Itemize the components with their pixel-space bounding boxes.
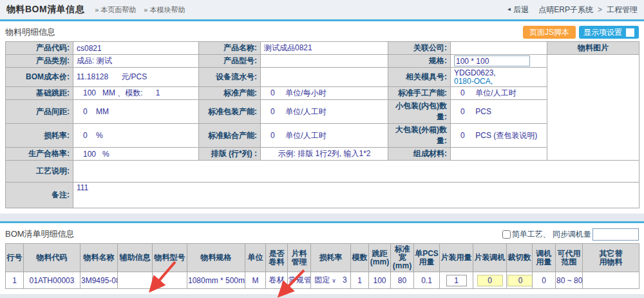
- field-label: 生产合格率:: [6, 148, 73, 161]
- display-settings-button[interactable]: 显示项设置: [579, 26, 639, 39]
- bom-column-header: 裁切数: [507, 244, 533, 272]
- field-value: 100 MM 、模数: 1: [73, 87, 199, 100]
- bom-cell: 0: [533, 272, 556, 289]
- bom-cell: [583, 272, 639, 289]
- material-detail-table: 产品代码:cs0821产品名称:测试成品0821关联公司:物料图片产品类别:成品…: [5, 41, 639, 208]
- bom-column-header: 行号: [6, 244, 24, 272]
- breadcrumb-module[interactable]: 工程管理: [607, 5, 638, 15]
- bom-cell: 80: [391, 272, 414, 289]
- field-value: 测试成品0821: [261, 42, 388, 55]
- field-value: 111: [73, 183, 639, 208]
- field-value: 0 单位/人工时: [451, 87, 547, 100]
- simple-craft-label: 简单工艺、 同步调机量: [512, 229, 591, 240]
- bom-cell: 3M9495-082: [80, 272, 118, 289]
- breadcrumb-separator: >: [598, 5, 602, 14]
- bom-column-header: 物料规格: [187, 244, 245, 272]
- field-value: [73, 161, 639, 183]
- bom-column-header: 片料 管理: [288, 244, 311, 272]
- bom-list-panel: BOM清单明细信息 简单工艺、 同步调机量 行号物料代码物料名称辅助信息物料型号…: [0, 221, 644, 294]
- field-value: 0 PCS: [451, 100, 547, 124]
- field-label: 标准贴合产能:: [199, 124, 261, 148]
- bom-column-header: 可代用 范围: [556, 244, 583, 272]
- bom-cell: [473, 272, 507, 289]
- field-value: 成品: 测试: [73, 55, 199, 68]
- bom-cell: 0.1: [414, 272, 440, 289]
- display-settings-checkbox-icon[interactable]: [626, 28, 634, 37]
- field-label: 基础跳距:: [6, 87, 73, 100]
- bom-cell: [440, 272, 473, 289]
- field-label: 大包装(外箱)数量:: [388, 124, 451, 148]
- mold-number: YDGD0623,: [454, 69, 544, 77]
- field-value: 0 单位/人工时: [261, 124, 388, 148]
- page-js-script-button[interactable]: 页面JS脚本: [523, 26, 576, 39]
- bom-cell: [118, 272, 153, 289]
- sync-machine-input[interactable]: [592, 228, 639, 241]
- bom-cell: 常规管理: [288, 272, 311, 289]
- bom-cell: 80 ~ 80: [556, 272, 583, 289]
- field-label: 损耗率:: [6, 124, 73, 148]
- spec-input[interactable]: [454, 55, 530, 66]
- chevron-down-icon: ∨: [332, 277, 336, 284]
- field-label: BOM成本价:: [6, 68, 73, 87]
- field-label: 工艺说明:: [6, 161, 73, 183]
- field-label: 关联公司:: [388, 42, 451, 55]
- top-header-bar: 物料BOM清单信息 » 本页面帮助 » 本模块帮助 ◄ 后退 点晴ERP子系统 …: [0, 0, 644, 19]
- bom-column-header: 物料代码: [24, 244, 80, 272]
- field-label: 产品代码:: [6, 42, 73, 55]
- bom-column-header: 标准宽 (mm): [391, 244, 414, 272]
- section-title-bom-list: BOM清单明细信息: [5, 228, 75, 240]
- bom-column-header: 辅助信息: [118, 244, 153, 272]
- field-label: 产品型号:: [199, 55, 261, 68]
- loss-rate-type-select[interactable]: 固定∨: [314, 275, 336, 284]
- bom-cell: 卷材: [266, 272, 288, 289]
- bom-column-header: 损耗率: [311, 244, 351, 272]
- field-label: 规格:: [388, 55, 451, 68]
- field-value: 0 %: [73, 124, 199, 148]
- bom-cell: [153, 272, 187, 289]
- bom-cell: 100: [369, 272, 391, 289]
- bom-column-header: 模数: [351, 244, 369, 272]
- mold-number-link[interactable]: 0180-OCA,: [454, 77, 544, 86]
- field-label: 设备流水号:: [199, 68, 261, 87]
- bom-column-header: 物料型号: [153, 244, 187, 272]
- bom-column-header: 片装用量: [440, 244, 473, 272]
- bom-column-header: 是否 卷料: [266, 244, 288, 272]
- field-label: 标准包装产能:: [199, 100, 261, 124]
- material-image-header: 物料图片: [547, 42, 639, 55]
- simple-craft-checkbox[interactable]: [502, 230, 511, 239]
- simple-craft-group: 简单工艺、 同步调机量: [502, 228, 639, 241]
- section-title-material-detail: 物料明细信息: [5, 26, 55, 38]
- field-value: 0 单位/人工时: [261, 100, 388, 124]
- machine-qty-input[interactable]: [507, 275, 533, 286]
- field-value: 100 %: [73, 148, 199, 161]
- field-value: [451, 42, 547, 55]
- field-value: cs0821: [73, 42, 199, 55]
- field-value: 示例: 排版 1行2列, 输入1*2: [261, 148, 388, 161]
- field-label: 标准手工产能:: [388, 87, 451, 100]
- bom-column-header: 物料名称: [80, 244, 118, 272]
- material-image-area: [547, 55, 639, 161]
- bom-column-header: 跳距 (mm): [369, 244, 391, 272]
- page-help-link[interactable]: » 本页面帮助: [95, 5, 136, 15]
- field-label: 产品类别:: [6, 55, 73, 68]
- display-settings-label: 显示项设置: [583, 27, 622, 38]
- bom-column-header: 单PCS 用量: [414, 244, 440, 272]
- back-button[interactable]: ◄ 后退: [506, 5, 529, 15]
- bom-column-header: 单位: [245, 244, 266, 272]
- page-title: 物料BOM清单信息: [6, 4, 84, 15]
- bom-cell: [507, 272, 533, 289]
- field-label: 产品间距:: [6, 100, 73, 124]
- loss-rate-value: 3: [343, 275, 347, 284]
- sheet-usage-input[interactable]: [446, 275, 467, 286]
- field-label: 小包装(内包)数量:: [388, 100, 451, 124]
- bom-column-header: 其它替 用物料: [583, 244, 639, 272]
- bom-cell: 1080mm * 500m: [187, 272, 245, 289]
- bom-cell: M: [245, 272, 266, 289]
- module-help-link[interactable]: » 本模块帮助: [144, 5, 185, 15]
- bom-cell: 01ATH00003: [24, 272, 80, 289]
- bom-column-header: 片装调机: [473, 244, 507, 272]
- breadcrumb-system[interactable]: 点晴ERP子系统: [538, 5, 593, 15]
- machine-qty-input[interactable]: [477, 275, 503, 286]
- bom-column-header: 调机 用量: [533, 244, 556, 272]
- field-value: 0 MM: [73, 100, 199, 124]
